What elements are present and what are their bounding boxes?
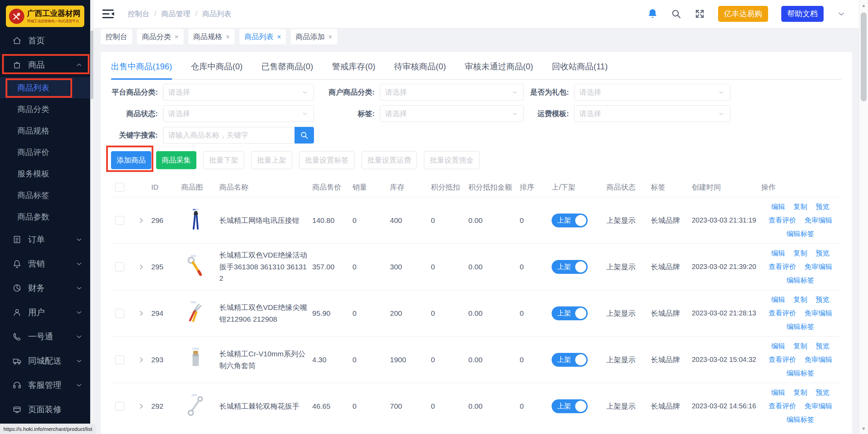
tab-chip-category[interactable]: 商品分类× — [137, 29, 184, 44]
action-edit-tags[interactable]: 编辑标签 — [786, 368, 814, 378]
action-view-reviews[interactable]: 查看评价 — [768, 309, 796, 318]
user-menu-chevron-icon[interactable] — [837, 9, 846, 18]
action-exempt-audit-edit[interactable]: 免审编辑 — [805, 401, 832, 411]
action-exempt-audit-edit[interactable]: 免审编辑 — [805, 262, 832, 271]
action-edit-tags[interactable]: 编辑标签 — [786, 276, 814, 285]
close-icon[interactable]: × — [328, 33, 332, 41]
tab-warehouse[interactable]: 仓库中商品(0) — [191, 61, 242, 79]
search-button[interactable] — [295, 127, 314, 144]
action-preview[interactable]: 预览 — [816, 341, 829, 351]
yifengda-button[interactable]: 亿丰达易购 — [718, 6, 768, 22]
select-all-checkbox[interactable] — [115, 183, 124, 192]
sidebar-item-service-template[interactable]: 服务模板 — [0, 163, 90, 184]
tab-pending[interactable]: 待审核商品(0) — [394, 61, 446, 79]
action-edit[interactable]: 编辑 — [771, 202, 785, 211]
onsale-toggle[interactable]: 上架 — [552, 214, 588, 227]
platform-category-select[interactable]: 请选择 — [163, 84, 314, 101]
sidebar-item-product-tag[interactable]: 商品标签 — [0, 184, 90, 206]
sidebar-item-product-spec[interactable]: 商品规格 — [0, 120, 90, 141]
action-exempt-audit-edit[interactable]: 免审编辑 — [805, 355, 832, 364]
action-edit-tags[interactable]: 编辑标签 — [786, 229, 814, 238]
row-checkbox[interactable] — [115, 216, 124, 225]
action-edit-tags[interactable]: 编辑标签 — [786, 415, 814, 424]
sidebar-item-finance[interactable]: 财务 — [0, 276, 90, 300]
action-edit[interactable]: 编辑 — [771, 388, 785, 397]
sidebar-item-marketing[interactable]: 营销 — [0, 252, 90, 276]
sidebar-item-yihaotong[interactable]: 一号通 — [0, 324, 90, 349]
add-product-button[interactable]: 添加商品 — [111, 151, 151, 169]
action-preview[interactable]: 预览 — [816, 388, 829, 397]
fullscreen-icon[interactable] — [695, 9, 705, 19]
expand-row-icon[interactable] — [137, 356, 145, 364]
expand-row-icon[interactable] — [137, 310, 145, 317]
tab-recycle[interactable]: 回收站商品(11) — [552, 61, 608, 79]
onsale-toggle[interactable]: 上架 — [552, 353, 588, 367]
product-image[interactable] — [181, 206, 217, 235]
action-edit[interactable]: 编辑 — [771, 295, 785, 304]
help-docs-button[interactable]: 帮助文档 — [781, 6, 824, 22]
product-image[interactable] — [181, 345, 217, 374]
collect-product-button[interactable]: 商品采集 — [156, 151, 196, 169]
page-scrollbar-thumb[interactable] — [861, 12, 867, 101]
action-view-reviews[interactable]: 查看评价 — [768, 216, 796, 225]
row-checkbox[interactable] — [115, 402, 124, 411]
action-preview[interactable]: 预览 — [816, 202, 829, 211]
collapse-menu-icon[interactable] — [102, 9, 114, 19]
close-icon[interactable]: × — [226, 33, 230, 41]
breadcrumb-product-management[interactable]: 商品管理 — [161, 9, 190, 19]
action-view-reviews[interactable]: 查看评价 — [768, 262, 796, 271]
action-view-reviews[interactable]: 查看评价 — [768, 401, 796, 411]
sidebar-item-product-category[interactable]: 商品分类 — [0, 98, 90, 120]
onsale-toggle[interactable]: 上架 — [552, 260, 588, 274]
tab-chip-add[interactable]: 商品添加× — [291, 29, 337, 44]
action-edit-tags[interactable]: 编辑标签 — [786, 322, 814, 331]
expand-row-icon[interactable] — [137, 263, 145, 271]
sidebar-item-product[interactable]: 商品 — [0, 53, 90, 77]
action-view-reviews[interactable]: 查看评价 — [768, 355, 796, 364]
sidebar-scrollbar-thumb[interactable] — [91, 31, 93, 99]
tab-onsale[interactable]: 出售中商品(196) — [111, 61, 172, 79]
action-copy[interactable]: 复制 — [793, 388, 807, 397]
sidebar-item-home[interactable]: 首页 — [0, 28, 90, 53]
row-checkbox[interactable] — [115, 355, 124, 364]
action-copy[interactable]: 复制 — [793, 341, 807, 351]
tab-soldout[interactable]: 已售罄商品(0) — [261, 61, 313, 79]
action-exempt-audit-edit[interactable]: 免审编辑 — [805, 309, 832, 318]
tab-chip-console[interactable]: 控制台 — [101, 29, 132, 44]
sidebar-scrollbar[interactable] — [90, 0, 94, 434]
sidebar-item-product-review[interactable]: 商品评价 — [0, 141, 90, 163]
product-status-select[interactable]: 请选择 — [163, 105, 314, 122]
sidebar-item-page-decorate[interactable]: 页面装修 — [0, 397, 90, 422]
scroll-up-arrow[interactable]: ▲ — [859, 3, 868, 8]
scroll-down-arrow[interactable]: ▼ — [859, 426, 868, 431]
tab-chip-spec[interactable]: 商品规格× — [188, 29, 235, 44]
gift-package-select[interactable]: 请选择 — [574, 84, 730, 101]
sidebar-item-product-list[interactable]: 商品列表 — [0, 77, 90, 98]
sidebar-item-customer-service[interactable]: 客服管理 — [0, 373, 90, 397]
product-image[interactable] — [181, 299, 217, 328]
tab-rejected[interactable]: 审核未通过商品(0) — [465, 61, 533, 79]
expand-row-icon[interactable] — [137, 402, 145, 410]
action-edit[interactable]: 编辑 — [771, 341, 785, 351]
sidebar-item-user[interactable]: 用户 — [0, 300, 90, 324]
action-copy[interactable]: 复制 — [793, 202, 807, 211]
close-icon[interactable]: × — [175, 33, 179, 41]
action-edit[interactable]: 编辑 — [771, 249, 785, 258]
sidebar-item-city-delivery[interactable]: 同城配送 — [0, 349, 90, 373]
breadcrumb-console[interactable]: 控制台 — [128, 9, 150, 19]
search-icon[interactable] — [671, 9, 681, 19]
product-image[interactable] — [181, 392, 217, 421]
action-copy[interactable]: 复制 — [793, 295, 807, 304]
close-icon[interactable]: × — [277, 33, 281, 41]
expand-row-icon[interactable] — [137, 217, 145, 224]
tab-alert-stock[interactable]: 警戒库存(0) — [332, 61, 375, 79]
row-checkbox[interactable] — [115, 309, 124, 318]
sidebar-item-order[interactable]: 订单 — [0, 227, 90, 252]
action-preview[interactable]: 预览 — [816, 249, 829, 258]
shipping-template-select[interactable]: 请选择 — [574, 105, 730, 122]
onsale-toggle[interactable]: 上架 — [552, 306, 588, 320]
tab-chip-list[interactable]: 商品列表× — [239, 29, 286, 44]
action-preview[interactable]: 预览 — [816, 295, 829, 304]
row-checkbox[interactable] — [115, 262, 124, 271]
site-logo[interactable]: 广西工业器材网 同城工业品智能化一站式进货平台 — [6, 6, 84, 27]
